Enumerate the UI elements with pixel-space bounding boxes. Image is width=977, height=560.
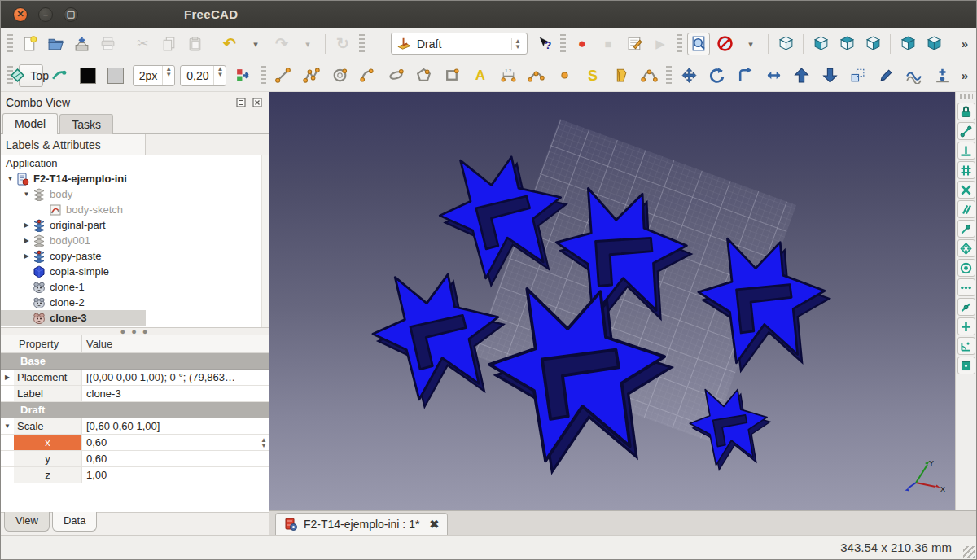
draft-edit[interactable]	[874, 64, 898, 87]
tree-scrollbar[interactable]	[261, 155, 269, 327]
view-rear[interactable]	[896, 33, 919, 55]
line-color-swatch[interactable]	[76, 64, 99, 87]
property-expander-icon[interactable]: ▼	[1, 418, 14, 434]
workbench-selector[interactable]: Draft▲▼	[391, 33, 528, 55]
toolbar-grip[interactable]	[7, 34, 13, 54]
toolbar-grip[interactable]	[677, 34, 682, 54]
constraint-add[interactable]	[957, 317, 975, 335]
draft-polygon[interactable]	[412, 64, 436, 87]
text-size-spin[interactable]: 0,20▲▼	[180, 65, 226, 86]
open-file[interactable]	[44, 33, 67, 55]
draft-arc[interactable]	[356, 64, 379, 87]
property-value[interactable]: 0,60	[82, 451, 269, 466]
draw-style-menu[interactable]: ▾	[739, 33, 762, 55]
tab-view[interactable]: View	[4, 512, 50, 532]
draft-bezier[interactable]	[637, 64, 661, 87]
property-group-base[interactable]: Base	[1, 353, 269, 370]
tab-tasks[interactable]: Tasks	[59, 114, 113, 134]
document-tab-close-icon[interactable]: ✖	[429, 518, 439, 531]
draft-rectangle[interactable]	[440, 64, 464, 87]
line-width-spin[interactable]: 2px▲▼	[133, 65, 176, 86]
toolbar-overflow[interactable]: »	[957, 68, 973, 82]
draft-join[interactable]	[903, 64, 927, 87]
paste[interactable]	[183, 33, 206, 55]
save-file[interactable]	[70, 33, 93, 55]
draft-ellipse[interactable]	[384, 64, 408, 87]
spinner-arrows-icon[interactable]: ▲▼	[213, 66, 226, 85]
constraint-tangent[interactable]	[957, 220, 975, 238]
redo-menu[interactable]: ▾	[296, 33, 319, 55]
property-value[interactable]: clone-3	[82, 386, 269, 401]
property-group-draft[interactable]: Draft	[1, 402, 269, 418]
property-value[interactable]: [0,60 0,60 1,00]	[82, 418, 269, 434]
constraint-point-on-line[interactable]	[957, 298, 975, 316]
window-maximize-button[interactable]: ▢	[64, 7, 78, 22]
tree-expander-icon[interactable]: ▼	[4, 175, 16, 182]
constraint-coincident[interactable]	[957, 122, 975, 140]
constraint-symmetric[interactable]	[957, 161, 975, 179]
cut[interactable]: ✂	[131, 33, 154, 55]
toolbar-grip[interactable]	[960, 94, 973, 99]
draft-offset[interactable]	[734, 64, 757, 87]
macro-play[interactable]: ▶	[649, 33, 672, 55]
tree-expander-icon[interactable]: ▶	[20, 221, 33, 229]
toolbar-grip[interactable]	[666, 66, 672, 85]
constraint-vertical-distance[interactable]	[957, 142, 975, 160]
refresh[interactable]: ↻	[331, 33, 354, 55]
draft-point[interactable]	[553, 64, 576, 87]
tree-item-copy-paste[interactable]: ▶copy-paste	[1, 248, 269, 264]
view-fit-all[interactable]	[687, 33, 710, 55]
toolbar-overflow[interactable]: »	[957, 37, 973, 50]
draft-addpoint[interactable]	[931, 64, 954, 87]
constraint-concentric[interactable]	[957, 259, 975, 277]
toolbar-grip[interactable]	[261, 66, 266, 85]
face-color-swatch[interactable]	[104, 64, 128, 87]
resize-grip[interactable]	[963, 546, 975, 558]
tree-item-clone-2[interactable]: clone-2	[1, 295, 269, 310]
macro-edit[interactable]	[623, 33, 646, 55]
draft-scale[interactable]	[847, 64, 870, 87]
property-value[interactable]: 1,00	[82, 467, 269, 483]
constraint-equal[interactable]	[957, 239, 975, 257]
toolbar-grip[interactable]	[560, 34, 566, 54]
tree-item-clone-3[interactable]: clone-3	[1, 310, 146, 326]
draft-downgrade[interactable]	[818, 64, 842, 87]
copy[interactable]	[157, 33, 180, 55]
snap-toggle[interactable]	[48, 64, 72, 87]
draft-move[interactable]	[677, 64, 701, 87]
macro-record[interactable]: ●	[571, 33, 594, 55]
draft-bspline[interactable]	[525, 64, 549, 87]
new-file[interactable]	[18, 33, 41, 55]
tree-item-body[interactable]: ▼body	[1, 186, 269, 202]
spinner-arrows-icon[interactable]: ▲▼	[162, 66, 174, 85]
dock-splitter[interactable]: ● ● ●	[1, 328, 269, 335]
draft-shapestring[interactable]: S	[581, 64, 605, 87]
tree-item-body-sketch[interactable]: body-sketch	[1, 202, 269, 217]
draft-upgrade[interactable]	[790, 64, 813, 87]
property-column-header[interactable]: Property	[1, 335, 82, 352]
constraint-parallel[interactable]	[957, 200, 975, 218]
tree-item-copia-simple[interactable]: copia-simple	[1, 264, 269, 279]
tree-item-f2-t14-ejemplo-ini[interactable]: ▼F2-T14-ejemplo-ini	[1, 171, 269, 186]
panel-close-button[interactable]	[251, 96, 264, 108]
view-axonometric[interactable]	[774, 33, 797, 55]
draft-dimension[interactable]: 1.2	[497, 64, 520, 87]
draft-line[interactable]	[272, 64, 296, 87]
tree-item-application[interactable]: Application	[1, 155, 269, 171]
window-close-button[interactable]: ✕	[13, 7, 28, 22]
tab-data[interactable]: Data	[52, 512, 97, 532]
apply-style[interactable]	[231, 64, 255, 87]
dropdown-spinner-icon[interactable]: ▲▼	[511, 38, 524, 50]
tree-expander-icon[interactable]: ▶	[20, 237, 33, 244]
view-top[interactable]	[835, 33, 858, 55]
tree-expander-icon[interactable]: ▼	[20, 190, 33, 198]
tree-expander-icon[interactable]: ▶	[20, 252, 33, 260]
value-column-header[interactable]: Value	[82, 335, 269, 352]
view-bottom[interactable]	[922, 33, 945, 55]
draft-rotate[interactable]	[706, 64, 729, 87]
undo-menu[interactable]: ▾	[244, 33, 267, 55]
value-spinner-icon[interactable]: ▲▼	[258, 437, 269, 448]
macro-stop[interactable]: ■	[597, 33, 620, 55]
undo[interactable]: ↶	[218, 33, 241, 55]
constraint-block[interactable]	[957, 181, 975, 199]
